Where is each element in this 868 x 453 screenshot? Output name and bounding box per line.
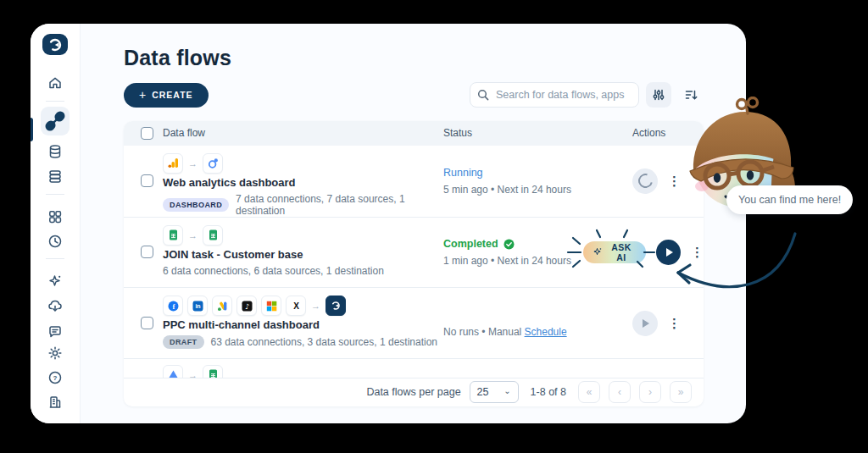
google-ads-icon (212, 296, 232, 316)
sparkle-icon (593, 247, 602, 257)
connector-icon (41, 107, 70, 135)
google-sheets-icon (203, 365, 223, 378)
speech-bubble-text: You can find me here! (738, 194, 841, 206)
per-page-label: Data flows per page (366, 386, 460, 398)
toolbar: + CREATE (124, 82, 704, 108)
running-spinner-button[interactable] (632, 168, 658, 194)
kebab-menu-icon[interactable]: ⋮ (691, 246, 704, 258)
linkedin-icon: in (187, 296, 208, 316)
cloud-sync-icon[interactable] (41, 296, 70, 317)
flow-name: Web analytics dashboard (163, 176, 443, 190)
row-checkbox[interactable] (141, 246, 153, 258)
ask-ai-button[interactable]: ASK AI (583, 241, 646, 263)
flow-arrow-icon: → (311, 301, 320, 311)
play-icon (666, 248, 673, 257)
flow-meta: 7 data connections, 7 data sources, 1 de… (236, 193, 443, 217)
spinner-icon (635, 171, 654, 191)
status-text: Completed (443, 238, 498, 250)
filter-button[interactable] (646, 82, 671, 108)
flow-arrow-icon: → (188, 158, 198, 168)
google-sheets-icon (163, 225, 183, 246)
tiktok-icon: ♪ (236, 296, 257, 316)
row-checkbox[interactable] (141, 317, 153, 329)
svg-text:?: ? (53, 374, 58, 382)
play-icon (643, 319, 649, 328)
help-icon[interactable]: ? (41, 367, 70, 389)
table-row-partial[interactable]: → (124, 359, 704, 378)
facebook-icon: f (163, 296, 183, 316)
flow-name: JOIN task - Customer base (163, 248, 443, 262)
table-row[interactable]: → Web analytics dashboard DASHBOARD 7 da… (124, 146, 704, 218)
table-row[interactable]: f in ♪ (124, 288, 704, 359)
chevron-down-icon: ⌄ (504, 386, 510, 395)
pagination-next-button[interactable]: › (639, 381, 661, 403)
search-icon (477, 89, 489, 104)
run-play-button[interactable] (656, 240, 681, 265)
ai-sparkle-icon[interactable] (41, 270, 70, 291)
plus-icon: + (139, 89, 146, 101)
home-icon[interactable] (41, 72, 70, 93)
check-circle-icon (504, 239, 515, 250)
microsoft-icon (261, 296, 281, 316)
apps-grid-icon[interactable] (41, 206, 70, 227)
ask-ai-label: ASK AI (607, 242, 636, 262)
table-header-row: Data flow Status Actions (124, 121, 704, 146)
sidebar-item-dataflows[interactable] (41, 107, 70, 135)
select-all-checkbox[interactable] (141, 127, 153, 140)
flow-arrow-icon: → (188, 370, 198, 378)
sidebar-divider (46, 194, 64, 195)
app-logo-icon[interactable] (42, 34, 68, 55)
filter-sliders-icon (652, 88, 665, 102)
kebab-menu-icon[interactable]: ⋮ (668, 317, 681, 329)
column-header-actions: Actions (619, 127, 704, 139)
per-page-select[interactable]: 25 ⌄ (470, 381, 519, 403)
dataflows-table: Data flow Status Actions → (124, 121, 704, 406)
flow-meta: 63 data connections, 3 data sources, 1 d… (211, 336, 438, 348)
search-box (470, 82, 639, 108)
google-drive-icon (163, 365, 183, 378)
organization-icon[interactable] (41, 392, 70, 413)
search-input[interactable] (470, 82, 639, 108)
table-row[interactable]: → JOIN task - Customer base 6 data conne… (124, 218, 704, 289)
database-icon[interactable] (41, 141, 70, 162)
x-twitter-icon: X (286, 296, 306, 316)
column-header-status: Status (443, 127, 619, 139)
feedback-chat-icon[interactable] (41, 321, 70, 342)
pagination-prev-button[interactable]: ‹ (609, 381, 631, 403)
draft-badge: DRAFT (163, 335, 204, 349)
pagination-first-button[interactable]: « (578, 381, 600, 403)
kebab-menu-icon[interactable]: ⋮ (668, 174, 681, 187)
pagination-last-button[interactable]: » (670, 381, 692, 403)
svg-text:X: X (293, 301, 299, 311)
sidebar-divider (46, 101, 64, 102)
create-button-label: CREATE (152, 90, 192, 100)
sort-icon (684, 88, 698, 102)
status-detail: No runs • Manual Schedule (443, 326, 619, 338)
google-sheets-icon (203, 225, 223, 246)
settings-gear-icon[interactable] (41, 342, 70, 363)
run-play-button-disabled[interactable] (632, 311, 658, 336)
page-title: Data flows (124, 46, 704, 70)
status-text-empty (443, 308, 619, 322)
flow-meta: 6 data connections, 6 data sources, 1 de… (163, 265, 384, 277)
schedule-link[interactable]: Schedule (525, 326, 567, 338)
sidebar: ? (31, 24, 81, 423)
sidebar-divider (46, 258, 64, 259)
status-detail: 5 min ago • Next in 24 hours (443, 184, 619, 196)
row-checkbox[interactable] (141, 174, 153, 187)
per-page-value: 25 (477, 386, 489, 398)
app-window: ? Data flows + CREATE (31, 24, 746, 423)
main-content: Data flows + CREATE (80, 24, 746, 423)
storage-icon[interactable] (41, 166, 70, 187)
dataddo-destination-icon (326, 296, 346, 316)
looker-studio-icon (203, 153, 223, 174)
svg-text:f: f (172, 302, 175, 311)
svg-text:in: in (195, 303, 200, 309)
sort-button[interactable] (678, 82, 704, 108)
flow-name: PPC multi-channel dashboard (163, 318, 443, 332)
google-analytics-icon (163, 153, 183, 174)
create-button[interactable]: + CREATE (124, 83, 209, 108)
status-text: Running (443, 166, 619, 180)
dashboard-badge: DASHBOARD (163, 198, 229, 212)
history-clock-icon[interactable] (41, 230, 70, 251)
